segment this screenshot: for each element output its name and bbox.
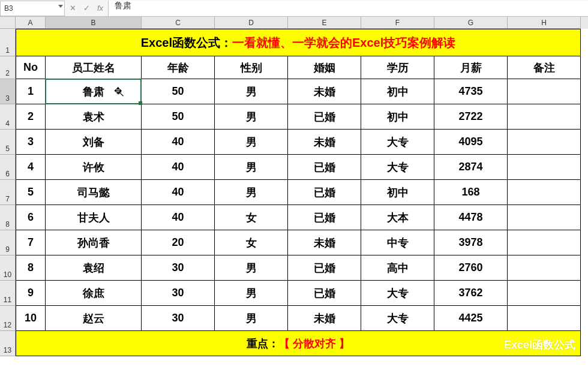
row-header[interactable]: 6 (0, 155, 16, 180)
column-headers: A B C D E F G H (0, 17, 588, 29)
col-header-g[interactable]: G (434, 17, 508, 29)
table-row: 1 Excel函数公式： 一看就懂、一学就会的Excel技巧案例解读 (0, 29, 588, 56)
row-header[interactable]: 12 (0, 306, 16, 331)
col-header-c[interactable]: C (142, 17, 215, 29)
table-row: 8 6 甘夫人 40 女 已婚 大本 4478 (0, 205, 588, 230)
footer-cell[interactable]: 重点： 【 分散对齐 】 Excel函数公式 (16, 331, 581, 356)
col-header-f[interactable]: F (361, 17, 434, 29)
table-row: 9 7 孙尚香 20 女 未婚 中专 3978 (0, 230, 588, 255)
title-cell[interactable]: Excel函数公式： 一看就懂、一学就会的Excel技巧案例解读 (16, 29, 581, 56)
header-marriage[interactable]: 婚姻 (288, 56, 361, 79)
header-name[interactable]: 员工姓名 (46, 56, 142, 79)
col-header-d[interactable]: D (215, 17, 288, 29)
col-header-b[interactable]: B (46, 17, 142, 29)
title-prefix: Excel函数公式： (141, 35, 232, 51)
row-header[interactable]: 7 (0, 180, 16, 205)
row-header[interactable]: 10 (0, 255, 16, 281)
table-row: 12 10 赵云 30 男 未婚 大专 4425 (0, 306, 588, 331)
watermark: Excel函数公式 (504, 338, 575, 352)
row-header[interactable]: 1 (0, 29, 16, 56)
header-salary[interactable]: 月薪 (434, 56, 508, 79)
col-header-a[interactable]: A (16, 17, 46, 29)
row-header[interactable]: 3 (0, 79, 16, 104)
dropdown-icon[interactable] (58, 5, 63, 8)
active-cell[interactable]: 鲁肃 (46, 79, 142, 104)
table-row: 11 9 徐庶 30 男 已婚 大专 3762 (0, 281, 588, 306)
row-header[interactable]: 4 (0, 104, 16, 130)
table-row: 7 5 司马懿 40 男 已婚 初中 168 (0, 180, 588, 205)
col-header-h[interactable]: H (508, 17, 581, 29)
table-row: 10 8 袁绍 30 男 已婚 高中 2760 (0, 255, 588, 281)
header-remark[interactable]: 备注 (508, 56, 581, 79)
header-age[interactable]: 年龄 (142, 56, 215, 79)
formula-bar: B3 ✕ ✓ fx 鲁肃 (0, 0, 588, 17)
table-row: 5 3 刘备 40 男 未婚 大专 4095 (0, 130, 588, 155)
table-row: 13 重点： 【 分散对齐 】 Excel函数公式 (0, 331, 588, 356)
select-all-corner[interactable] (0, 17, 16, 29)
fx-icon[interactable]: fx (97, 4, 103, 13)
spreadsheet-grid: 1 Excel函数公式： 一看就懂、一学就会的Excel技巧案例解读 2 No … (0, 29, 588, 356)
footer-main: 【 分散对齐 】 (279, 336, 350, 351)
row-header[interactable]: 5 (0, 130, 16, 155)
col-header-e[interactable]: E (288, 17, 361, 29)
formula-input[interactable]: 鲁肃 (109, 1, 588, 16)
cancel-icon[interactable]: ✕ (70, 4, 76, 13)
name-box-value: B3 (4, 4, 13, 13)
table-row: 6 4 许攸 40 男 已婚 大专 2874 (0, 155, 588, 180)
row-header[interactable]: 13 (0, 331, 16, 356)
row-header[interactable]: 11 (0, 281, 16, 306)
row-header[interactable]: 2 (0, 56, 16, 79)
table-row: 4 2 袁术 50 男 已婚 初中 2722 (0, 104, 588, 130)
header-education[interactable]: 学历 (361, 56, 434, 79)
table-row: 3 1 鲁肃 50 男 未婚 初中 4735 (0, 79, 588, 104)
name-box[interactable]: B3 (0, 1, 65, 16)
row-header[interactable]: 8 (0, 205, 16, 230)
confirm-icon[interactable]: ✓ (83, 4, 90, 13)
formula-buttons: ✕ ✓ fx (65, 1, 109, 16)
header-no[interactable]: No (16, 56, 46, 79)
header-gender[interactable]: 性别 (215, 56, 288, 79)
table-row: 2 No 员工姓名 年龄 性别 婚姻 学历 月薪 备注 (0, 56, 588, 79)
footer-prefix: 重点： (247, 336, 279, 351)
title-main: 一看就懂、一学就会的Excel技巧案例解读 (232, 35, 455, 51)
row-header[interactable]: 9 (0, 230, 16, 255)
